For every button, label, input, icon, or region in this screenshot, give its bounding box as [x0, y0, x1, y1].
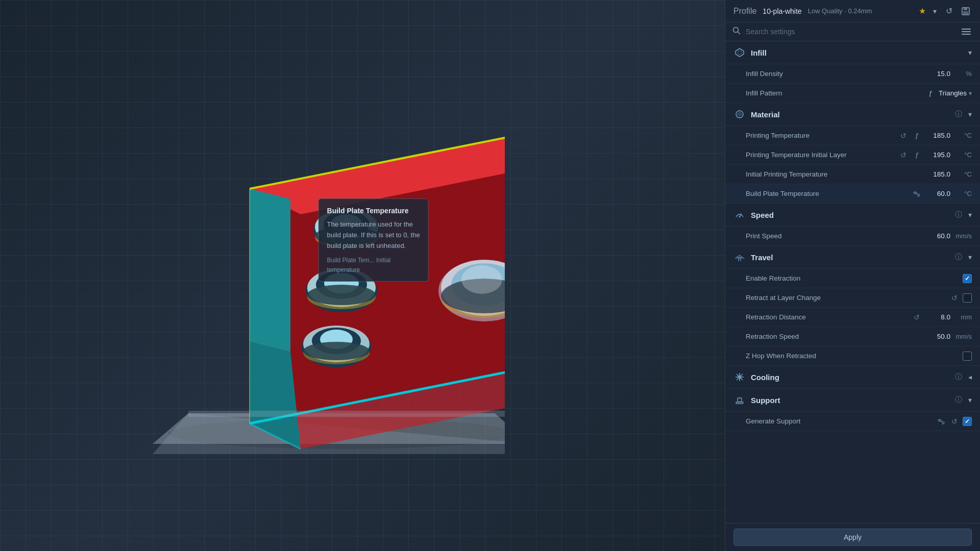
support-info-button[interactable]: ⓘ	[953, 394, 964, 406]
travel-section-header[interactable]: Travel ⓘ ▾	[725, 246, 980, 269]
search-icon	[732, 27, 741, 37]
printing-temperature-initial-layer-label: Printing Temperature Initial Layer	[746, 151, 898, 159]
cooling-section-title: Cooling	[751, 373, 953, 382]
cooling-info-button[interactable]: ⓘ	[953, 371, 964, 383]
svg-marker-40	[736, 48, 744, 57]
print-speed-label: Print Speed	[746, 232, 925, 240]
initial-printing-temperature-unit: °C	[953, 170, 972, 178]
svg-marker-41	[738, 51, 742, 55]
retraction-distance-label: Retraction Distance	[746, 313, 912, 321]
apply-button[interactable]: Apply	[733, 529, 972, 546]
retraction-distance-reset-button[interactable]: ↺	[912, 312, 922, 322]
z-hop-when-retracted-row: Z Hop When Retracted	[725, 346, 980, 366]
retract-at-layer-change-label: Retract at Layer Change	[746, 294, 949, 302]
profile-dropdown-button[interactable]: ▾	[931, 6, 939, 16]
hamburger-menu-button[interactable]	[960, 27, 973, 37]
support-collapse-button[interactable]: ▾	[968, 396, 972, 404]
infill-density-label: Infill Density	[746, 70, 925, 78]
initial-printing-temperature-value[interactable]: 185.0	[925, 170, 950, 178]
print-speed-unit: mm/s	[953, 232, 972, 240]
speed-collapse-button[interactable]: ▾	[968, 211, 972, 219]
material-section-title: Material	[751, 110, 953, 119]
build-plate-temperature-label: Build Plate Temperature	[746, 190, 912, 197]
printing-temperature-initial-layer-fx-button[interactable]: ƒ	[912, 150, 922, 160]
generate-support-link-button[interactable]	[936, 416, 946, 427]
retraction-distance-controls: ↺ 8.0 mm	[912, 312, 972, 322]
print-speed-controls: 60.0 mm/s	[925, 232, 972, 240]
infill-density-row: Infill Density 15.0 %	[725, 64, 980, 84]
infill-density-controls: 15.0 %	[925, 70, 972, 78]
generate-support-reset-button[interactable]: ↺	[949, 416, 960, 427]
enable-retraction-row: Enable Retraction	[725, 269, 980, 288]
speed-info-button[interactable]: ⓘ	[953, 209, 964, 220]
infill-section-title: Infill	[751, 48, 968, 57]
bottom-bar: Apply	[725, 523, 980, 551]
build-plate-temperature-controls: 60.0 °C	[912, 189, 972, 199]
retract-at-layer-change-controls: ↺	[949, 293, 972, 303]
material-section-actions: ⓘ ▾	[953, 109, 972, 120]
cooling-icon	[733, 371, 746, 383]
generate-support-label: Generate Support	[746, 417, 936, 425]
infill-section-header[interactable]: Infill ▾	[725, 41, 980, 64]
support-section-actions: ⓘ ▾	[953, 394, 972, 406]
printing-temperature-reset-button[interactable]: ↺	[898, 131, 909, 141]
retraction-speed-value[interactable]: 50.0	[925, 333, 950, 340]
svg-marker-7	[250, 189, 290, 352]
retraction-speed-unit: mm/s	[953, 333, 972, 340]
infill-icon	[733, 46, 746, 59]
infill-pattern-label: Infill Pattern	[746, 89, 925, 97]
profile-actions: ★ ▾ ↺	[919, 5, 972, 17]
cooling-collapse-button[interactable]: ◂	[968, 373, 972, 381]
printing-temperature-initial-layer-reset-button[interactable]: ↺	[898, 150, 909, 160]
retraction-distance-value[interactable]: 8.0	[925, 313, 950, 321]
svg-rect-34	[188, 411, 505, 417]
infill-pattern-select[interactable]: Triangles ▾	[939, 89, 972, 97]
print-speed-value[interactable]: 60.0	[925, 232, 950, 240]
retraction-distance-row: Retraction Distance ↺ 8.0 mm	[725, 308, 980, 327]
printing-temperature-controls: ↺ ƒ 185.0 °C	[898, 131, 972, 141]
material-info-button[interactable]: ⓘ	[953, 109, 964, 120]
generate-support-checkbox[interactable]	[963, 417, 972, 426]
svg-point-60	[942, 421, 944, 423]
3d-viewport[interactable]: Build Plate Temperature The temperature …	[0, 0, 725, 551]
retract-at-layer-change-checkbox[interactable]	[963, 293, 972, 303]
profile-reset-button[interactable]: ↺	[944, 5, 954, 17]
3d-model	[148, 97, 505, 454]
infill-density-value[interactable]: 15.0	[925, 70, 950, 78]
printing-temperature-label: Printing Temperature	[746, 132, 898, 139]
build-plate-temperature-value[interactable]: 60.0	[925, 190, 950, 197]
infill-collapse-button[interactable]: ▾	[968, 48, 972, 57]
travel-collapse-button[interactable]: ▾	[968, 253, 972, 261]
support-section-header[interactable]: Support ⓘ ▾	[725, 389, 980, 412]
travel-section-actions: ⓘ ▾	[953, 252, 972, 263]
initial-printing-temperature-controls: 185.0 °C	[925, 170, 972, 178]
infill-pattern-value: Triangles	[939, 89, 967, 97]
material-collapse-button[interactable]: ▾	[968, 110, 972, 118]
printing-temperature-value[interactable]: 185.0	[925, 132, 950, 139]
profile-save-button[interactable]	[960, 6, 972, 16]
z-hop-when-retracted-checkbox[interactable]	[963, 352, 972, 361]
printing-temperature-fx-button[interactable]: ƒ	[912, 131, 922, 141]
material-section-header[interactable]: Material ⓘ ▾	[725, 103, 980, 126]
printing-temperature-unit: °C	[953, 132, 972, 139]
star-icon[interactable]: ★	[919, 6, 926, 16]
profile-label: Profile	[733, 7, 756, 16]
z-hop-when-retracted-controls	[963, 352, 972, 361]
retract-at-layer-change-reset-button[interactable]: ↺	[949, 293, 960, 303]
build-plate-temperature-link-button[interactable]	[912, 189, 922, 199]
speed-section-header[interactable]: Speed ⓘ ▾	[725, 204, 980, 227]
enable-retraction-controls	[963, 274, 972, 283]
infill-section-actions: ▾	[968, 48, 972, 57]
retraction-speed-label: Retraction Speed	[746, 333, 925, 340]
svg-line-39	[738, 32, 740, 34]
enable-retraction-checkbox[interactable]	[963, 274, 972, 283]
cooling-section-header[interactable]: Cooling ⓘ ◂	[725, 366, 980, 389]
search-input[interactable]	[746, 28, 954, 36]
build-plate-temperature-unit: °C	[953, 190, 972, 197]
infill-pattern-fx-button[interactable]: ƒ	[925, 88, 936, 98]
generate-support-row: Generate Support ↺	[725, 412, 980, 431]
printing-temperature-initial-layer-value[interactable]: 195.0	[925, 151, 950, 159]
printing-temperature-initial-layer-row: Printing Temperature Initial Layer ↺ ƒ 1…	[725, 145, 980, 165]
enable-retraction-label: Enable Retraction	[746, 274, 963, 282]
travel-info-button[interactable]: ⓘ	[953, 252, 964, 263]
